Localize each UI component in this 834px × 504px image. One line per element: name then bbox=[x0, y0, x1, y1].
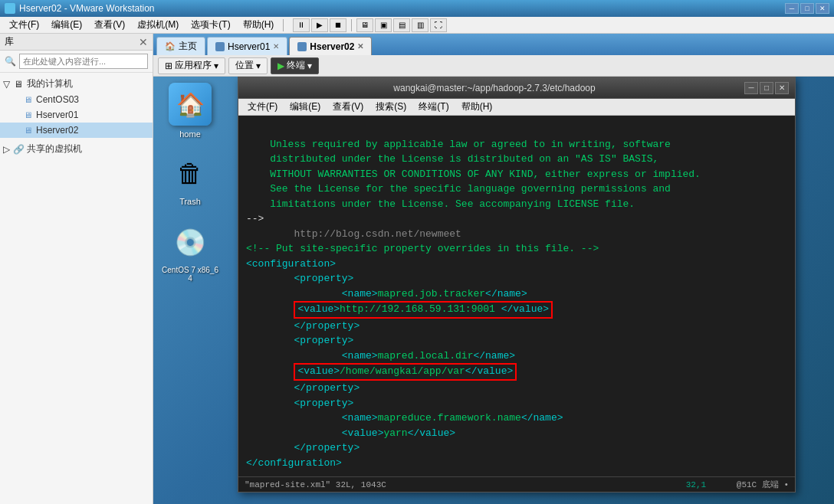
trash-icon: 🗑 bbox=[170, 153, 210, 193]
shared-label: 共享的虚拟机 bbox=[27, 142, 82, 155]
home-folder-icon: 🏠 bbox=[169, 83, 212, 126]
dropdown-icon: ▾ bbox=[256, 61, 261, 71]
app-icon bbox=[5, 3, 15, 14]
centos03-label: CentOS03 bbox=[36, 94, 79, 105]
location-label: 位置 bbox=[235, 59, 254, 72]
tree-item-my-computer[interactable]: ▽ 🖥 我的计算机 bbox=[0, 76, 153, 92]
window-title: Hserver02 - VMware Workstation bbox=[19, 3, 785, 14]
menu-file[interactable]: 文件(F) bbox=[3, 17, 45, 33]
pause-icon[interactable]: ⏸ bbox=[293, 18, 310, 32]
terminal-menu-view[interactable]: 查看(V) bbox=[327, 99, 369, 115]
close-button[interactable]: ✕ bbox=[816, 3, 829, 14]
terminal-controls: ─ □ ✕ bbox=[744, 82, 789, 94]
terminal-close[interactable]: ✕ bbox=[775, 82, 789, 94]
tab-hserver01-label: Hserver01 bbox=[228, 41, 270, 52]
computer-icon: 🖥 bbox=[12, 78, 25, 90]
terminal-menu-help[interactable]: 帮助(H) bbox=[455, 99, 499, 115]
main-container: 库 ✕ 🔍 ▽ 🖥 我的计算机 🖥 CentOS03 🖥 bbox=[0, 34, 834, 504]
tree-item-hserver02[interactable]: 🖥 Hserver02 bbox=[0, 123, 153, 138]
vm-icon: 🖥 bbox=[21, 124, 34, 136]
sidebar-header: 库 ✕ bbox=[0, 34, 153, 51]
applications-icon: ⊞ bbox=[165, 61, 172, 71]
terminal-button[interactable]: ▶ 终端 ▾ bbox=[271, 57, 319, 74]
terminal-restore[interactable]: □ bbox=[760, 82, 773, 94]
disc-desktop-icon[interactable]: 💿 CentOS 7 x86_64 bbox=[159, 222, 221, 283]
menu-help[interactable]: 帮助(H) bbox=[237, 17, 281, 33]
menu-divider bbox=[283, 19, 284, 31]
file-info: "mapred-site.xml" 32L, 1043C bbox=[245, 480, 386, 489]
terminal-content[interactable]: Unless required by applicable law or agr… bbox=[238, 116, 795, 476]
tree-item-shared[interactable]: ▷ 🔗 共享的虚拟机 bbox=[0, 141, 153, 157]
sidebar-close-button[interactable]: ✕ bbox=[139, 36, 148, 48]
hserver02-tab-icon bbox=[297, 42, 307, 51]
vm-icon: 🖥 bbox=[21, 109, 34, 121]
terminal-menu: 文件(F) 编辑(E) 查看(V) 搜索(S) 终端(T) 帮助(H) bbox=[238, 99, 795, 116]
terminal-status-bar: "mapred-site.xml" 32L, 1043C 32,1 @51C 底… bbox=[238, 476, 795, 492]
tab-hserver02-close[interactable]: ✕ bbox=[357, 42, 363, 51]
icon-divider bbox=[351, 19, 352, 31]
disc-icon-label: CentOS 7 x86_64 bbox=[159, 265, 221, 283]
terminal-minimize[interactable]: ─ bbox=[744, 82, 758, 94]
menu-edit[interactable]: 编辑(E) bbox=[45, 17, 88, 33]
toolbar-icons: ⏸ ▶ ⏹ 🖥 ▣ ▤ ▥ ⛶ bbox=[293, 18, 447, 32]
terminal-label: 终端 bbox=[287, 59, 305, 72]
search-input[interactable] bbox=[19, 54, 148, 69]
play-icon[interactable]: ▶ bbox=[311, 18, 328, 32]
tab-hserver02-label: Hserver02 bbox=[310, 41, 354, 52]
home-icon-label: home bbox=[177, 129, 203, 139]
menu-vm[interactable]: 虚拟机(M) bbox=[131, 17, 185, 33]
tab-hserver02[interactable]: Hserver02 ✕ bbox=[289, 37, 372, 55]
screen2-icon[interactable]: ▤ bbox=[393, 18, 410, 32]
search-icon: 🔍 bbox=[5, 56, 16, 67]
applications-button[interactable]: ⊞ 应用程序 ▾ bbox=[158, 57, 225, 74]
tab-hserver01[interactable]: Hserver01 ✕ bbox=[207, 37, 287, 55]
terminal-window: wangkai@master:~/app/hadoop-2.7.3/etc/ha… bbox=[238, 77, 796, 493]
hserver01-label: Hserver01 bbox=[36, 110, 78, 120]
cursor-position: 32,1 @51C 底端 • bbox=[686, 479, 789, 490]
dropdown-icon: ▾ bbox=[214, 61, 218, 71]
hserver01-tab-icon bbox=[215, 42, 225, 51]
stop-icon[interactable]: ⏹ bbox=[330, 18, 346, 32]
vm-toolbar: ⊞ 应用程序 ▾ 位置 ▾ ▶ 终端 ▾ bbox=[153, 55, 834, 77]
terminal-menu-file[interactable]: 文件(F) bbox=[241, 99, 284, 115]
hserver02-label: Hserver02 bbox=[36, 125, 78, 136]
terminal-menu-edit[interactable]: 编辑(E) bbox=[284, 99, 327, 115]
dropdown-icon: ▾ bbox=[307, 61, 312, 71]
expand-icon: ▷ bbox=[3, 144, 12, 155]
tab-home[interactable]: 🏠 主页 bbox=[156, 37, 205, 55]
tab-bar: 🏠 主页 Hserver01 ✕ Hserver02 ✕ bbox=[153, 34, 834, 55]
disc-icon: 💿 bbox=[170, 222, 210, 262]
content-area: 🏠 主页 Hserver01 ✕ Hserver02 ✕ ⊞ 应用程序 ▾ bbox=[153, 34, 834, 504]
screen3-icon[interactable]: ▥ bbox=[412, 18, 428, 32]
restore-button[interactable]: □ bbox=[800, 3, 814, 14]
fullscreen-icon[interactable]: ⛶ bbox=[430, 18, 447, 32]
my-computer-label: 我的计算机 bbox=[27, 77, 73, 90]
network-icon[interactable]: 🖥 bbox=[356, 18, 373, 32]
terminal-menu-search[interactable]: 搜索(S) bbox=[369, 99, 412, 115]
tab-home-label: 主页 bbox=[179, 40, 197, 53]
vm-desktop: 🏠 home 🗑 Trash 💿 CentOS 7 x86_64 wangkai… bbox=[153, 77, 834, 504]
location-button[interactable]: 位置 ▾ bbox=[228, 57, 268, 74]
tree-item-centos03[interactable]: 🖥 CentOS03 bbox=[0, 92, 153, 107]
shared-icon: 🔗 bbox=[12, 143, 25, 155]
sidebar: 库 ✕ 🔍 ▽ 🖥 我的计算机 🖥 CentOS03 🖥 bbox=[0, 34, 153, 504]
expand-icon: ▽ bbox=[3, 79, 12, 90]
menu-view[interactable]: 查看(V) bbox=[88, 17, 131, 33]
window-controls: ─ □ ✕ bbox=[785, 3, 829, 14]
tab-hserver01-close[interactable]: ✕ bbox=[273, 42, 279, 51]
minimize-button[interactable]: ─ bbox=[785, 3, 799, 14]
terminal-titlebar: wangkai@master:~/app/hadoop-2.7.3/etc/ha… bbox=[238, 77, 795, 99]
sidebar-title: 库 bbox=[5, 35, 14, 48]
applications-label: 应用程序 bbox=[175, 59, 212, 72]
tree-item-hserver01[interactable]: 🖥 Hserver01 bbox=[0, 107, 153, 123]
trash-desktop-icon[interactable]: 🗑 Trash bbox=[163, 153, 218, 207]
terminal-title: wangkai@master:~/app/hadoop-2.7.3/etc/ha… bbox=[245, 83, 744, 93]
vm-tree: ▽ 🖥 我的计算机 🖥 CentOS03 🖥 Hserver01 🖥 Hserv… bbox=[0, 73, 153, 504]
screen1-icon[interactable]: ▣ bbox=[375, 18, 392, 32]
terminal-menu-terminal[interactable]: 终端(T) bbox=[412, 99, 455, 115]
vm-icon: 🖥 bbox=[21, 93, 34, 106]
title-bar: Hserver02 - VMware Workstation ─ □ ✕ bbox=[0, 0, 834, 17]
home-desktop-icon[interactable]: 🏠 home bbox=[163, 83, 218, 139]
trash-icon-label: Trash bbox=[177, 196, 203, 207]
menu-tab[interactable]: 选项卡(T) bbox=[185, 17, 236, 33]
